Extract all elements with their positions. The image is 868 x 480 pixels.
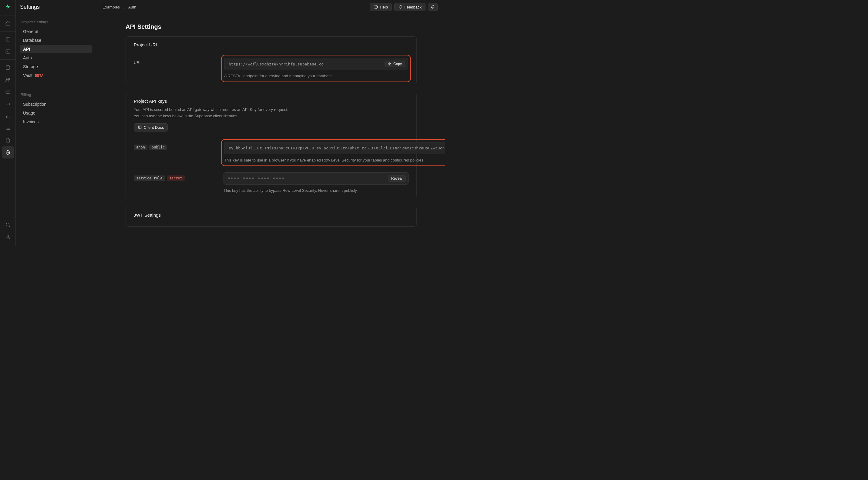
svg-rect-8: [6, 90, 10, 94]
rail-settings-icon[interactable]: [2, 146, 14, 159]
rail-list-icon[interactable]: [2, 122, 14, 134]
chat-icon: [398, 5, 402, 9]
sidebar-heading-billing: Billing: [20, 93, 92, 97]
anon-badge: anon: [134, 144, 147, 150]
jwt-panel: JWT Settings: [126, 207, 417, 227]
url-helper: A RESTful endpoint for querying and mana…: [224, 73, 408, 79]
anon-key-row: eyJhbGciOiJIUzI1NiIsInR5cCI6IkpXVCJ9.eyJ…: [224, 142, 445, 154]
rail-reports-icon[interactable]: [2, 110, 14, 122]
svg-point-17: [6, 129, 6, 130]
sidebar-title: Settings: [16, 0, 95, 14]
service-key-value[interactable]: **** **** **** ****: [228, 176, 388, 181]
api-keys-heading: Project API keys: [134, 99, 408, 104]
client-docs-button[interactable]: Client Docs: [134, 123, 168, 132]
anon-highlight-box: eyJhbGciOiJIUzI1NiIsInR5cCI6IkpXVCJ9.eyJ…: [221, 139, 445, 166]
rail-table-icon[interactable]: [2, 33, 14, 45]
project-url-panel: Project URL URL https://wcflusxqhzteknrr…: [126, 36, 417, 84]
breadcrumb-sep: /: [123, 5, 125, 9]
url-input-row: https://wcflusxqhzteknrrihfp.supabase.co…: [224, 58, 408, 70]
rail-code-icon[interactable]: [2, 98, 14, 110]
breadcrumb-item-auth[interactable]: Auth: [128, 5, 136, 9]
rail-account-icon[interactable]: [2, 231, 14, 243]
help-icon: [374, 5, 378, 9]
rail-terminal-icon[interactable]: [2, 45, 14, 58]
icon-rail: [0, 0, 16, 246]
help-button[interactable]: Help: [370, 3, 392, 11]
feedback-button[interactable]: Feedback: [394, 3, 426, 11]
svg-point-19: [6, 223, 9, 226]
svg-point-23: [376, 8, 376, 8]
url-highlight-box: https://wcflusxqhzteknrrihfp.supabase.co…: [221, 55, 411, 82]
api-keys-desc1: Your API is secured behind an API gatewa…: [134, 107, 408, 113]
service-role-badge: service_role: [134, 175, 165, 181]
sidebar-item-database[interactable]: Database: [20, 36, 92, 44]
svg-point-21: [7, 235, 9, 237]
sidebar-item-usage[interactable]: Usage: [20, 109, 92, 117]
rail-database-icon[interactable]: [2, 62, 14, 74]
svg-point-7: [8, 78, 10, 80]
url-copy-button[interactable]: Copy: [384, 61, 405, 67]
sidebar-item-vault[interactable]: Vault BETA: [20, 71, 92, 80]
beta-badge: BETA: [35, 74, 43, 77]
svg-point-6: [6, 78, 8, 80]
anon-helper: This key is safe to use in a browser if …: [224, 157, 445, 163]
rail-search-icon[interactable]: [2, 219, 14, 231]
book-icon: [138, 125, 142, 129]
project-url-heading: Project URL: [134, 42, 408, 47]
svg-rect-3: [6, 50, 10, 53]
url-value[interactable]: https://wcflusxqhzteknrrihfp.supabase.co: [229, 62, 384, 66]
notifications-button[interactable]: [428, 3, 438, 11]
svg-line-20: [9, 226, 10, 227]
jwt-heading: JWT Settings: [134, 212, 408, 217]
svg-point-18: [7, 152, 8, 153]
sidebar-item-auth[interactable]: Auth: [20, 54, 92, 62]
svg-point-16: [6, 128, 6, 129]
svg-point-15: [6, 127, 6, 127]
url-label: URL: [134, 57, 217, 80]
sidebar-item-api[interactable]: API: [20, 45, 92, 53]
anon-key-value[interactable]: eyJhbGciOiJIUzI1NiIsInR5cCI6IkpXVCJ9.eyJ…: [229, 146, 445, 150]
api-keys-panel: Project API keys Your API is secured beh…: [126, 93, 417, 198]
svg-rect-0: [6, 38, 10, 41]
service-helper: This key has the ability to bypass Row L…: [223, 187, 408, 194]
copy-icon: [388, 62, 392, 66]
sidebar-item-general[interactable]: General: [20, 27, 92, 36]
service-reveal-button[interactable]: Reveal: [388, 175, 406, 182]
bell-icon: [431, 5, 435, 9]
page-title: API Settings: [126, 23, 438, 30]
settings-sidebar: Settings Project Settings General Databa…: [16, 0, 95, 246]
rail-docs-icon[interactable]: [2, 134, 14, 146]
rail-users-icon[interactable]: [2, 74, 14, 86]
rail-home-icon[interactable]: [2, 17, 14, 29]
topbar: Examples / Auth Help Feedback: [95, 0, 445, 14]
svg-point-5: [6, 65, 10, 67]
logo-icon: [5, 4, 11, 10]
api-keys-desc2: You can use the keys below in the Supaba…: [134, 113, 408, 119]
breadcrumb: Examples / Auth: [102, 5, 136, 9]
public-badge: public: [149, 144, 167, 150]
rail-storage-icon[interactable]: [2, 86, 14, 98]
sidebar-item-invoices[interactable]: Invoices: [20, 117, 92, 126]
sidebar-item-subscription[interactable]: Subscription: [20, 100, 92, 108]
secret-badge: secret: [167, 175, 185, 181]
service-key-row: **** **** **** **** Reveal: [223, 172, 408, 184]
breadcrumb-item-examples[interactable]: Examples: [102, 5, 120, 9]
sidebar-item-storage[interactable]: Storage: [20, 62, 92, 71]
sidebar-heading-project: Project Settings: [20, 20, 92, 24]
